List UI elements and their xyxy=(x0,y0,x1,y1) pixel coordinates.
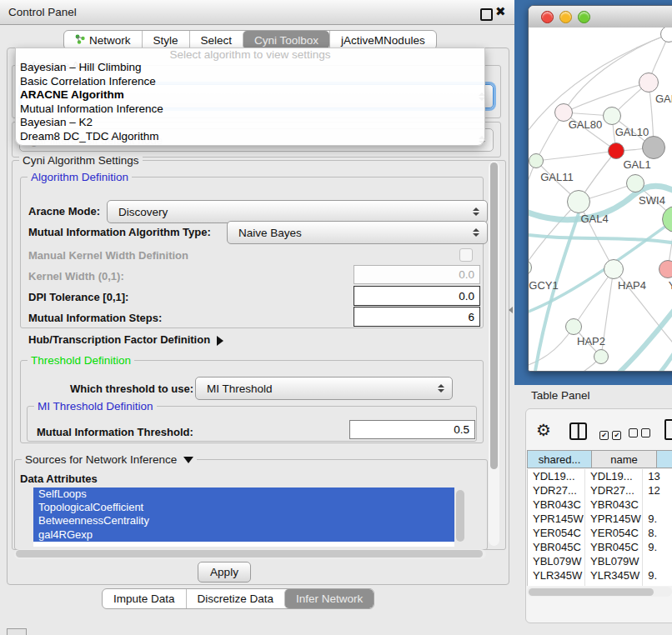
control-panel-title: Control Panel xyxy=(8,6,77,18)
mi-threshold-field[interactable]: 0.5 xyxy=(349,420,475,439)
hub-definition-toggle[interactable]: Hub/Transcription Factor Definition xyxy=(28,333,223,346)
algorithm-option-mutual-information-inference[interactable]: Mutual Information Inference xyxy=(16,102,484,117)
table-header: shared...name xyxy=(527,450,672,468)
algorithm-option-dream8-dc-tdc-algorithm[interactable]: Dream8 DC_TDC Algorithm xyxy=(16,130,484,144)
table-row[interactable]: YBR045CYBR045C9. xyxy=(528,540,672,554)
data-attribute-item[interactable]: TopologicalCoefficient xyxy=(33,501,454,514)
network-node-y[interactable] xyxy=(659,260,672,278)
table-cell: YLR345W xyxy=(585,568,643,582)
zoom-traffic-icon[interactable] xyxy=(578,11,590,23)
network-node-gal4[interactable] xyxy=(567,190,590,213)
collapsed-arrow-icon xyxy=(217,336,223,346)
column-header[interactable]: shared... xyxy=(527,450,592,468)
kernel-width-label: Kernel Width (0,1): xyxy=(28,270,124,282)
node-label: Y xyxy=(669,279,672,292)
tab-style[interactable]: Style xyxy=(142,31,189,49)
network-node[interactable] xyxy=(642,136,665,159)
attributes-scrollbar-thumb[interactable] xyxy=(456,490,464,542)
table-cell xyxy=(643,498,672,512)
tab-label: Discretize Data xyxy=(198,592,274,605)
select-all-checkboxes-icon[interactable]: ✔ ✔ xyxy=(599,426,621,441)
close-icon[interactable]: ✖ xyxy=(495,4,506,19)
network-canvas[interactable]: GALGAL80GAL10GAL1GAL11SWI4GAL4GCY1HAP4YH… xyxy=(529,28,672,371)
network-node-hap4[interactable] xyxy=(604,259,624,279)
apply-button[interactable]: Apply xyxy=(198,562,251,582)
table-row[interactable]: YDR27...YDR27...12 xyxy=(528,483,672,498)
minimize-traffic-icon[interactable] xyxy=(559,11,572,23)
column-layout-icon[interactable] xyxy=(569,422,587,440)
table-hscrollbar-thumb[interactable] xyxy=(529,588,654,596)
settings-group-title: Cyni Algorithm Settings xyxy=(19,154,143,167)
data-attribute-item[interactable]: gal4RGexp xyxy=(33,528,454,542)
sources-group-title[interactable]: Sources for Network Inference xyxy=(22,453,197,466)
close-traffic-icon[interactable] xyxy=(541,11,554,23)
network-node-hap2[interactable] xyxy=(565,318,582,335)
tab-infer-network[interactable]: Infer Network xyxy=(284,589,374,608)
column-header[interactable] xyxy=(657,450,672,468)
node-label: GAL11 xyxy=(540,171,574,183)
float-icon[interactable] xyxy=(480,8,493,21)
network-node-gal10[interactable] xyxy=(603,107,621,125)
data-attributes-list[interactable]: SelfLoopsTopologicalCoefficientBetweenne… xyxy=(33,488,454,547)
mi-type-label: Mutual Information Algorithm Type: xyxy=(28,226,211,238)
algorithm-option-aracne-algorithm[interactable]: ARACNE Algorithm xyxy=(16,88,484,102)
algorithm-option-basic-correlation-inference[interactable]: Basic Correlation Inference xyxy=(16,75,484,89)
tab-discretize-data[interactable]: Discretize Data xyxy=(186,589,285,608)
data-attribute-item[interactable]: SelfLoops xyxy=(33,488,454,501)
column-header[interactable]: name xyxy=(592,450,657,468)
mi-threshold-value: 0.5 xyxy=(454,423,469,436)
table-row[interactable]: YER054CYER054C8. xyxy=(528,526,672,540)
network-node-gal11[interactable] xyxy=(529,153,544,168)
table-row[interactable]: YLR345WYLR345W9. xyxy=(528,568,672,582)
network-window-titlebar[interactable] xyxy=(529,6,672,28)
dpi-tolerance-field[interactable]: 0.0 xyxy=(354,286,480,306)
manual-kernel-label: Manual Kernel Width Definition xyxy=(28,249,188,262)
tab-impute-data[interactable]: Impute Data xyxy=(103,589,186,608)
manual-kernel-checkbox[interactable] xyxy=(459,248,473,262)
table-cell: YPR145W xyxy=(585,512,643,526)
mi-steps-value: 6 xyxy=(468,311,474,323)
table-cell: YER054C xyxy=(585,526,643,540)
table-cell xyxy=(643,554,672,568)
table-row[interactable]: YBL079WYBL079W xyxy=(528,554,672,568)
data-attribute-item[interactable]: BetweennessCentrality xyxy=(33,514,454,528)
table-row[interactable]: YDL19...YDL19...13 xyxy=(528,469,672,483)
settings-hscrollbar-thumb[interactable] xyxy=(16,550,483,558)
tab-jactivemnodules[interactable]: jActiveMNodules xyxy=(329,31,436,49)
which-threshold-combo[interactable]: MI Threshold xyxy=(195,377,453,400)
tab-label: Select xyxy=(201,34,233,47)
algorithm-option-bayesian-k2[interactable]: Bayesian – K2 xyxy=(16,116,484,130)
mi-steps-field[interactable]: 6 xyxy=(354,307,480,327)
tab-select[interactable]: Select xyxy=(189,31,243,49)
export-table-icon[interactable] xyxy=(664,419,672,440)
tab-cyni-toolbox[interactable]: Cyni Toolbox xyxy=(243,31,329,49)
node-label: GAL10 xyxy=(615,126,649,138)
algorithm-option-bayesian-hill-climbing[interactable]: Bayesian – Hill Climbing xyxy=(16,61,484,75)
mi-type-value: Naive Bayes xyxy=(238,227,302,239)
node-label: HAP4 xyxy=(618,279,646,292)
network-desktop-background: GALGAL80GAL10GAL1GAL11SWI4GAL4GCY1HAP4YH… xyxy=(514,0,672,385)
deselect-all-checkboxes-icon[interactable] xyxy=(629,426,650,441)
apply-button-label: Apply xyxy=(210,566,238,578)
table-row[interactable]: YIL052CYIL052C9. xyxy=(528,582,672,586)
network-node[interactable] xyxy=(594,349,609,364)
mi-type-combo[interactable]: Naive Bayes xyxy=(227,221,488,244)
table-row[interactable]: YBR043CYBR043C xyxy=(528,498,672,512)
gear-icon[interactable]: ⚙ xyxy=(536,420,551,440)
network-window[interactable]: GALGAL80GAL10GAL1GAL11SWI4GAL4GCY1HAP4YH… xyxy=(528,5,672,372)
settings-scrollbar-thumb[interactable] xyxy=(490,162,498,469)
kernel-width-field[interactable]: 0.0 xyxy=(354,265,480,284)
minimized-panel-icon[interactable] xyxy=(7,628,27,635)
aracne-mode-combo[interactable]: Discovery xyxy=(107,200,488,223)
network-node-gal[interactable] xyxy=(639,72,659,92)
table-row[interactable]: YPR145WYPR145W9. xyxy=(528,512,672,526)
table-cell: YLR345W xyxy=(528,568,585,582)
splitter-collapse-icon[interactable] xyxy=(509,307,513,313)
tab-label: jActiveMNodules xyxy=(341,34,425,47)
mi-threshold-group-title: MI Threshold Definition xyxy=(34,400,157,412)
network-node-swi4[interactable] xyxy=(626,174,644,192)
network-icon xyxy=(75,34,85,47)
tab-network[interactable]: Network xyxy=(64,31,142,49)
network-node-gal1[interactable] xyxy=(608,142,624,159)
hub-definition-label: Hub/Transcription Factor Definition xyxy=(28,333,210,346)
